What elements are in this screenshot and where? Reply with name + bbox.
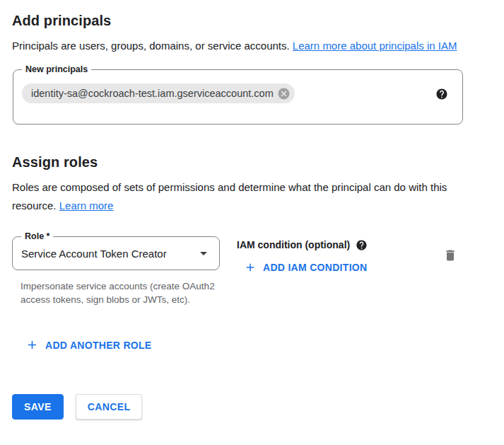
intro-text-plain: Principals are users, groups, domains, o…	[12, 40, 293, 52]
assign-roles-description: Roles are composed of sets of permission…	[12, 178, 479, 215]
add-iam-condition-button[interactable]: ADD IAM CONDITION	[238, 257, 373, 278]
role-select[interactable]: Role * Service Account Token Creator	[12, 236, 220, 270]
iam-condition-label: IAM condition (optional)	[237, 238, 350, 252]
intro-text: Principals are users, groups, domains, o…	[12, 37, 479, 55]
cancel-button[interactable]: CANCEL	[76, 394, 143, 420]
add-principals-panel: Add principals Principals are users, gro…	[0, 0, 504, 420]
plus-icon	[25, 338, 39, 352]
page-title: Add principals	[12, 11, 504, 30]
help-icon[interactable]	[435, 88, 448, 100]
new-principals-field[interactable]: New principals identity-sa@cockroach-tes…	[13, 69, 463, 125]
role-helper-text: Impersonate service accounts (create OAu…	[20, 279, 222, 306]
add-iam-condition-label: ADD IAM CONDITION	[263, 262, 367, 273]
role-row: Role * Service Account Token Creator Imp…	[12, 236, 504, 306]
new-principals-label: New principals	[22, 64, 91, 76]
help-icon[interactable]	[356, 239, 368, 251]
principal-chip-text: identity-sa@cockroach-test.iam.gservicea…	[31, 83, 274, 103]
assign-roles-title: Assign roles	[12, 153, 504, 171]
dialog-actions: SAVE CANCEL	[12, 394, 504, 420]
learn-more-roles-link[interactable]: Learn more	[59, 200, 114, 212]
chip-remove-icon[interactable]	[277, 87, 291, 100]
learn-more-principals-link[interactable]: Learn more about principals in IAM	[293, 40, 457, 52]
plus-icon	[244, 261, 257, 274]
role-label: Role *	[21, 231, 53, 243]
trash-icon	[443, 248, 457, 262]
delete-role-column	[443, 236, 457, 306]
save-button[interactable]: SAVE	[12, 394, 64, 420]
add-another-role-button[interactable]: ADD ANOTHER ROLE	[20, 334, 158, 356]
add-another-role-label: ADD ANOTHER ROLE	[45, 340, 152, 351]
chevron-down-icon	[195, 245, 212, 262]
role-column: Role * Service Account Token Creator Imp…	[12, 236, 221, 306]
delete-role-button[interactable]	[443, 248, 457, 262]
role-selected-value: Service Account Token Creator	[21, 248, 195, 260]
iam-condition-column: IAM condition (optional) ADD IAM CONDITI…	[237, 236, 373, 306]
principal-chip: identity-sa@cockroach-test.iam.gservicea…	[22, 83, 295, 103]
